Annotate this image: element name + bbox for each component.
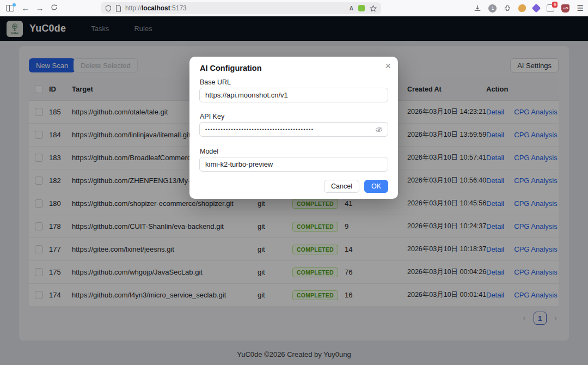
model-label: Model [200,148,218,155]
download-icon[interactable] [474,4,481,12]
translate-icon[interactable]: A [350,5,353,11]
base-url-input[interactable]: https://api.moonshot.cn/v1 [199,88,388,102]
bookmark-star-icon[interactable] [370,5,377,12]
reload-icon[interactable] [47,3,61,13]
notification-badge: 9 [552,2,558,8]
forward-icon[interactable]: → [33,3,47,13]
menu-icon[interactable]: ☰ [577,4,584,13]
cancel-button[interactable]: Cancel [324,180,359,193]
model-input[interactable]: kimi-k2-turbo-preview [199,157,388,172]
shield-icon [105,5,112,12]
notifier-extension-icon[interactable]: 9 [547,4,554,12]
api-key-label: API Key [200,113,224,120]
api-key-input[interactable]: ••••••••••••••••••••••••••••••••••••••••… [199,122,388,137]
modal-title: AI Configuration [200,64,262,72]
close-icon[interactable]: × [385,61,391,71]
extension-puzzle-icon[interactable] [504,4,511,12]
page-icon [115,5,121,12]
url-text: http://localhost:5173 [125,4,350,12]
back-icon[interactable]: ← [19,3,33,13]
url-bar[interactable]: http://localhost:5173 A [101,2,381,14]
gem-extension-icon[interactable] [532,4,541,13]
browser-chrome: ← → http://localhost:5173 A 1 9 uO ☰ [0,0,588,16]
base-url-label: Base URL [200,78,231,86]
tampermonkey-icon[interactable] [518,4,526,12]
eye-invisible-icon[interactable] [375,126,383,135]
sidebar-toggle-icon[interactable] [6,5,14,11]
ai-configuration-modal: AI Configuration × Base URL https://api.… [189,57,398,199]
ok-button[interactable]: OK [364,180,388,193]
green-extension-icon[interactable] [358,5,365,11]
container-tab-icon[interactable]: 1 [488,4,497,13]
ublock-icon[interactable]: uO [561,4,569,13]
